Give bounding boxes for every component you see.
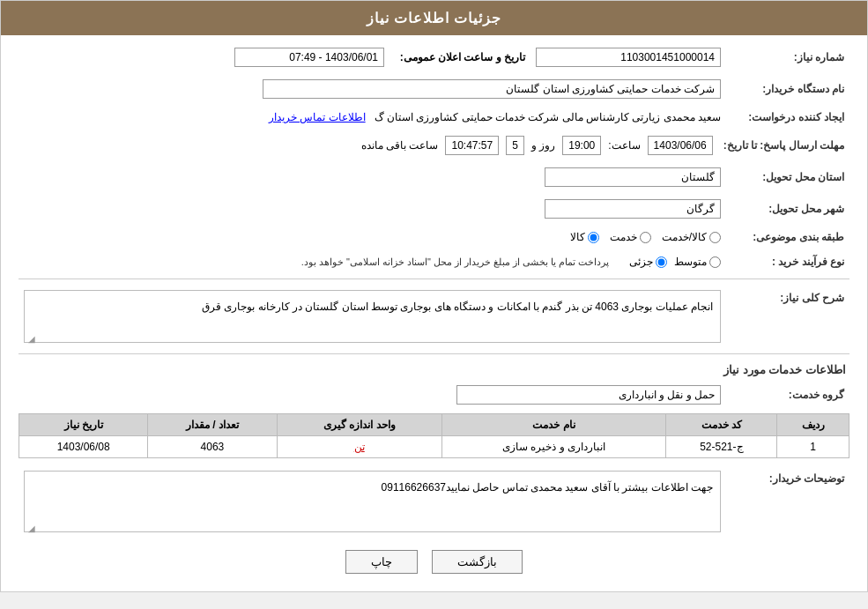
cell-date: 1403/06/08 [19, 436, 148, 458]
col-unit: واحد اندازه گیری [277, 414, 441, 436]
province-value: گلستان [545, 167, 721, 187]
deadline-time: 19:00 [562, 136, 601, 155]
back-button[interactable]: بازگشت [432, 550, 523, 574]
deadline-remaining: 10:47:57 [445, 136, 499, 155]
deadline-date: 1403/06/06 [648, 136, 713, 155]
category-kala-khedmat-option[interactable]: کالا/خدمت [662, 231, 721, 243]
service-group-label: گروه خدمت: [726, 382, 849, 408]
resize-handle: ◢ [26, 331, 35, 340]
col-quantity: تعداد / مقدار [148, 414, 277, 436]
description-label: شرح کلی نیاز: [726, 286, 849, 346]
requester-contact-link[interactable]: اطلاعات تماس خریدار [269, 111, 366, 123]
requester-value: سعید محمدی زیارتی کارشناس مالی شرکت خدما… [375, 111, 721, 123]
cell-quantity: 4063 [148, 436, 277, 458]
category-khedmat-label: خدمت [610, 231, 637, 243]
page-header: جزئیات اطلاعات نیاز [1, 1, 867, 35]
category-label: طبقه بندی موضوعی: [726, 227, 849, 247]
province-label: استان محل تحویل: [726, 164, 849, 190]
announce-date-label: تاریخ و ساعت اعلان عمومی: [389, 44, 530, 71]
requester-label: ایجاد کننده درخواست: [726, 108, 849, 127]
deadline-day-label: روز و [531, 139, 555, 152]
deadline-days: 5 [506, 136, 524, 155]
city-value: گرگان [545, 199, 721, 219]
buyer-desc-value: جهت اطلاعات بیشتر با آقای سعید محمدی تما… [382, 481, 713, 494]
purchase-type-label: نوع فرآیند خرید : [726, 252, 849, 271]
col-service-name: نام خدمت [441, 414, 665, 436]
cell-service-code: ج-521-52 [666, 436, 777, 458]
services-section-title: اطلاعات خدمات مورد نیاز [19, 363, 849, 376]
buyer-org-value: شرکت خدمات حمایتی کشاورزی استان گلستان [263, 79, 721, 99]
need-number-value: 1103001451000014 [536, 48, 721, 67]
category-kala-khedmat-label: کالا/خدمت [662, 231, 707, 243]
buyer-desc-box: جهت اطلاعات بیشتر با آقای سعید محمدی تما… [24, 471, 721, 532]
city-label: شهر محل تحویل: [726, 196, 849, 222]
col-service-code: کد خدمت [666, 414, 777, 436]
category-kala-option[interactable]: کالا [570, 231, 599, 243]
need-number-label: شماره نیاز: [726, 44, 849, 71]
page-title: جزئیات اطلاعات نیاز [367, 11, 502, 26]
category-khedmat-option[interactable]: خدمت [610, 231, 651, 243]
deadline-remaining-label: ساعت باقی مانده [361, 139, 439, 152]
deadline-time-label: ساعت: [608, 139, 640, 152]
purchase-type-jozvi-label: جزئی [629, 256, 653, 268]
button-row: بازگشت چاپ [19, 550, 849, 574]
col-date: تاریخ نیاز [19, 414, 148, 436]
category-kala-label: کالا [570, 231, 585, 243]
buyer-org-label: نام دستگاه خریدار: [726, 76, 849, 102]
purchase-type-note: پرداخت تمام یا بخشی از مبلغ خریدار از مح… [301, 256, 610, 268]
purchase-type-jozvi-option[interactable]: جزئی [629, 256, 667, 268]
resize-handle-2: ◢ [26, 521, 35, 530]
cell-unit[interactable]: تن [277, 436, 441, 458]
table-row: 1 ج-521-52 انبارداری و ذخیره سازی تن 406… [19, 436, 849, 458]
service-group-value: حمل و نقل و انبارداری [456, 385, 721, 405]
cell-row-num: 1 [777, 436, 849, 458]
buyer-desc-label: توضیحات خریدار: [726, 467, 849, 536]
col-row-num: ردیف [777, 414, 849, 436]
print-button[interactable]: چاپ [345, 550, 418, 574]
cell-service-name: انبارداری و ذخیره سازی [441, 436, 665, 458]
purchase-type-motavasset-label: متوسط [674, 256, 707, 268]
description-value: انجام عملیات بوجاری 4063 تن بذر گندم با … [24, 290, 721, 343]
announce-date-value: 1403/06/01 - 07:49 [234, 48, 384, 67]
deadline-label: مهلت ارسال پاسخ: تا تاریخ: [718, 132, 849, 159]
purchase-type-motavasset-option[interactable]: متوسط [674, 256, 721, 268]
